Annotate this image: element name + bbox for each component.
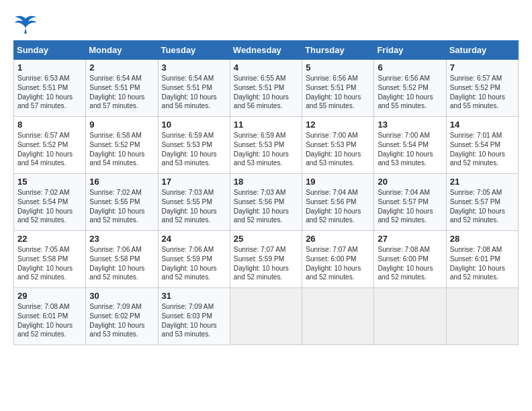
calendar-cell: 26Sunrise: 7:07 AM Sunset: 6:00 PM Dayli… bbox=[302, 231, 374, 288]
day-info: Sunrise: 7:09 AM Sunset: 6:02 PM Dayligh… bbox=[89, 302, 154, 339]
calendar-cell: 11Sunrise: 6:59 AM Sunset: 5:53 PM Dayli… bbox=[230, 117, 302, 174]
calendar-cell: 7Sunrise: 6:57 AM Sunset: 5:52 PM Daylig… bbox=[446, 60, 518, 117]
calendar-cell: 1Sunrise: 6:53 AM Sunset: 5:51 PM Daylig… bbox=[14, 60, 86, 117]
calendar-cell: 10Sunrise: 6:59 AM Sunset: 5:53 PM Dayli… bbox=[158, 117, 230, 174]
day-info: Sunrise: 7:05 AM Sunset: 5:57 PM Dayligh… bbox=[450, 188, 515, 225]
calendar-table: SundayMondayTuesdayWednesdayThursdayFrid… bbox=[13, 40, 519, 345]
day-number: 30 bbox=[89, 291, 154, 301]
calendar-cell: 14Sunrise: 7:01 AM Sunset: 5:54 PM Dayli… bbox=[446, 117, 518, 174]
day-info: Sunrise: 6:56 AM Sunset: 5:51 PM Dayligh… bbox=[306, 74, 370, 111]
day-number: 2 bbox=[89, 62, 154, 73]
day-number: 14 bbox=[450, 120, 515, 130]
calendar-cell: 17Sunrise: 7:03 AM Sunset: 5:55 PM Dayli… bbox=[158, 174, 230, 231]
day-info: Sunrise: 7:00 AM Sunset: 5:54 PM Dayligh… bbox=[378, 131, 442, 168]
page-header bbox=[13, 13, 519, 34]
day-number: 1 bbox=[17, 62, 82, 73]
day-info: Sunrise: 7:02 AM Sunset: 5:54 PM Dayligh… bbox=[17, 188, 82, 225]
calendar-cell: 27Sunrise: 7:08 AM Sunset: 6:00 PM Dayli… bbox=[374, 231, 446, 288]
day-info: Sunrise: 7:07 AM Sunset: 6:00 PM Dayligh… bbox=[306, 245, 370, 282]
week-row-1: 1Sunrise: 6:53 AM Sunset: 5:51 PM Daylig… bbox=[14, 60, 519, 117]
day-info: Sunrise: 7:00 AM Sunset: 5:53 PM Dayligh… bbox=[306, 131, 370, 168]
day-info: Sunrise: 7:07 AM Sunset: 5:59 PM Dayligh… bbox=[234, 245, 298, 282]
header-thursday: Thursday bbox=[302, 41, 374, 60]
header-wednesday: Wednesday bbox=[230, 41, 302, 60]
day-info: Sunrise: 7:08 AM Sunset: 6:00 PM Dayligh… bbox=[378, 245, 442, 282]
day-number: 6 bbox=[378, 62, 442, 73]
calendar-cell: 20Sunrise: 7:04 AM Sunset: 5:57 PM Dayli… bbox=[374, 174, 446, 231]
day-number: 5 bbox=[306, 62, 370, 73]
day-number: 7 bbox=[450, 62, 515, 73]
day-number: 25 bbox=[234, 234, 298, 244]
calendar-cell: 29Sunrise: 7:08 AM Sunset: 6:01 PM Dayli… bbox=[14, 288, 86, 345]
day-info: Sunrise: 6:55 AM Sunset: 5:51 PM Dayligh… bbox=[234, 74, 298, 111]
calendar-cell: 8Sunrise: 6:57 AM Sunset: 5:52 PM Daylig… bbox=[14, 117, 86, 174]
day-number: 16 bbox=[89, 177, 154, 187]
week-row-5: 29Sunrise: 7:08 AM Sunset: 6:01 PM Dayli… bbox=[14, 288, 519, 345]
calendar-cell: 28Sunrise: 7:08 AM Sunset: 6:01 PM Dayli… bbox=[446, 231, 518, 288]
day-number: 31 bbox=[162, 291, 226, 301]
header-tuesday: Tuesday bbox=[158, 41, 230, 60]
header-friday: Friday bbox=[374, 41, 446, 60]
day-info: Sunrise: 7:01 AM Sunset: 5:54 PM Dayligh… bbox=[450, 131, 515, 168]
day-info: Sunrise: 7:08 AM Sunset: 6:01 PM Dayligh… bbox=[450, 245, 515, 282]
day-number: 29 bbox=[17, 291, 82, 301]
calendar-cell: 16Sunrise: 7:02 AM Sunset: 5:55 PM Dayli… bbox=[86, 174, 158, 231]
day-info: Sunrise: 6:57 AM Sunset: 5:52 PM Dayligh… bbox=[17, 131, 82, 168]
calendar-cell: 12Sunrise: 7:00 AM Sunset: 5:53 PM Dayli… bbox=[302, 117, 374, 174]
calendar-header-row: SundayMondayTuesdayWednesdayThursdayFrid… bbox=[14, 41, 519, 60]
calendar-cell: 6Sunrise: 6:56 AM Sunset: 5:52 PM Daylig… bbox=[374, 60, 446, 117]
day-info: Sunrise: 7:02 AM Sunset: 5:55 PM Dayligh… bbox=[89, 188, 154, 225]
day-number: 10 bbox=[162, 120, 226, 130]
day-number: 19 bbox=[306, 177, 370, 187]
calendar-cell: 18Sunrise: 7:03 AM Sunset: 5:56 PM Dayli… bbox=[230, 174, 302, 231]
day-number: 9 bbox=[89, 120, 154, 130]
day-number: 11 bbox=[234, 120, 298, 130]
day-number: 22 bbox=[17, 234, 82, 244]
day-number: 18 bbox=[234, 177, 298, 187]
day-info: Sunrise: 6:54 AM Sunset: 5:51 PM Dayligh… bbox=[89, 74, 154, 111]
calendar-cell: 2Sunrise: 6:54 AM Sunset: 5:51 PM Daylig… bbox=[86, 60, 158, 117]
day-number: 3 bbox=[162, 62, 226, 73]
day-info: Sunrise: 7:05 AM Sunset: 5:58 PM Dayligh… bbox=[17, 245, 82, 282]
calendar-cell: 25Sunrise: 7:07 AM Sunset: 5:59 PM Dayli… bbox=[230, 231, 302, 288]
calendar-cell bbox=[230, 288, 302, 345]
day-number: 15 bbox=[17, 177, 82, 187]
week-row-2: 8Sunrise: 6:57 AM Sunset: 5:52 PM Daylig… bbox=[14, 117, 519, 174]
day-info: Sunrise: 7:04 AM Sunset: 5:56 PM Dayligh… bbox=[306, 188, 370, 225]
day-number: 23 bbox=[89, 234, 154, 244]
day-info: Sunrise: 7:06 AM Sunset: 5:58 PM Dayligh… bbox=[89, 245, 154, 282]
day-info: Sunrise: 6:56 AM Sunset: 5:52 PM Dayligh… bbox=[378, 74, 442, 111]
logo bbox=[13, 13, 40, 34]
day-number: 24 bbox=[162, 234, 226, 244]
calendar-cell bbox=[446, 288, 518, 345]
calendar-cell: 19Sunrise: 7:04 AM Sunset: 5:56 PM Dayli… bbox=[302, 174, 374, 231]
day-number: 8 bbox=[17, 120, 82, 130]
day-info: Sunrise: 6:59 AM Sunset: 5:53 PM Dayligh… bbox=[234, 131, 298, 168]
calendar-cell: 3Sunrise: 6:54 AM Sunset: 5:51 PM Daylig… bbox=[158, 60, 230, 117]
calendar-cell: 13Sunrise: 7:00 AM Sunset: 5:54 PM Dayli… bbox=[374, 117, 446, 174]
day-info: Sunrise: 6:54 AM Sunset: 5:51 PM Dayligh… bbox=[162, 74, 226, 111]
calendar-cell bbox=[302, 288, 374, 345]
header-monday: Monday bbox=[86, 41, 158, 60]
day-number: 20 bbox=[378, 177, 442, 187]
calendar-cell: 21Sunrise: 7:05 AM Sunset: 5:57 PM Dayli… bbox=[446, 174, 518, 231]
calendar-cell: 15Sunrise: 7:02 AM Sunset: 5:54 PM Dayli… bbox=[14, 174, 86, 231]
day-info: Sunrise: 6:58 AM Sunset: 5:52 PM Dayligh… bbox=[89, 131, 154, 168]
day-info: Sunrise: 7:06 AM Sunset: 5:59 PM Dayligh… bbox=[162, 245, 226, 282]
day-number: 17 bbox=[162, 177, 226, 187]
day-number: 12 bbox=[306, 120, 370, 130]
logo-bird-icon bbox=[13, 13, 38, 34]
week-row-4: 22Sunrise: 7:05 AM Sunset: 5:58 PM Dayli… bbox=[14, 231, 519, 288]
calendar-cell: 22Sunrise: 7:05 AM Sunset: 5:58 PM Dayli… bbox=[14, 231, 86, 288]
day-number: 28 bbox=[450, 234, 515, 244]
day-info: Sunrise: 6:57 AM Sunset: 5:52 PM Dayligh… bbox=[450, 74, 515, 111]
calendar-cell: 24Sunrise: 7:06 AM Sunset: 5:59 PM Dayli… bbox=[158, 231, 230, 288]
header-saturday: Saturday bbox=[446, 41, 518, 60]
calendar-cell: 4Sunrise: 6:55 AM Sunset: 5:51 PM Daylig… bbox=[230, 60, 302, 117]
calendar-cell: 23Sunrise: 7:06 AM Sunset: 5:58 PM Dayli… bbox=[86, 231, 158, 288]
calendar-cell: 5Sunrise: 6:56 AM Sunset: 5:51 PM Daylig… bbox=[302, 60, 374, 117]
day-info: Sunrise: 7:03 AM Sunset: 5:55 PM Dayligh… bbox=[162, 188, 226, 225]
day-info: Sunrise: 6:53 AM Sunset: 5:51 PM Dayligh… bbox=[17, 74, 82, 111]
day-number: 4 bbox=[234, 62, 298, 73]
day-number: 13 bbox=[378, 120, 442, 130]
